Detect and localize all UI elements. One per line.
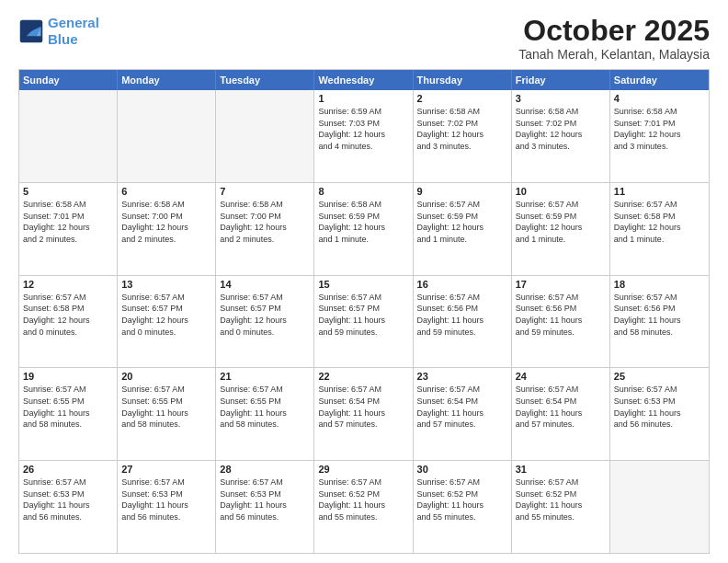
day-number: 9 xyxy=(417,186,507,197)
header-friday: Friday xyxy=(512,70,610,90)
calendar: Sunday Monday Tuesday Wednesday Thursday… xyxy=(18,69,710,554)
day-number: 27 xyxy=(121,464,211,475)
logo-text: General Blue xyxy=(48,15,99,48)
day-info: Sunrise: 6:57 AM Sunset: 6:57 PM Dayligh… xyxy=(121,292,211,338)
month-title: October 2025 xyxy=(518,15,710,47)
day-number: 17 xyxy=(516,279,606,290)
cal-cell-r2-c4: 16Sunrise: 6:57 AM Sunset: 6:56 PM Dayli… xyxy=(414,276,512,368)
day-number: 6 xyxy=(121,186,211,197)
day-number: 22 xyxy=(318,371,408,382)
cal-cell-r3-c3: 22Sunrise: 6:57 AM Sunset: 6:54 PM Dayli… xyxy=(314,368,413,460)
day-info: Sunrise: 6:58 AM Sunset: 7:01 PM Dayligh… xyxy=(614,106,705,152)
header-monday: Monday xyxy=(118,70,216,90)
day-info: Sunrise: 6:57 AM Sunset: 6:52 PM Dayligh… xyxy=(318,477,408,523)
cal-cell-r2-c5: 17Sunrise: 6:57 AM Sunset: 6:56 PM Dayli… xyxy=(512,276,610,368)
day-info: Sunrise: 6:58 AM Sunset: 6:59 PM Dayligh… xyxy=(318,199,408,245)
day-info: Sunrise: 6:57 AM Sunset: 6:54 PM Dayligh… xyxy=(516,384,606,430)
day-info: Sunrise: 6:57 AM Sunset: 6:57 PM Dayligh… xyxy=(220,292,310,338)
day-info: Sunrise: 6:57 AM Sunset: 6:53 PM Dayligh… xyxy=(23,477,113,523)
day-number: 23 xyxy=(417,371,507,382)
day-number: 3 xyxy=(516,93,606,104)
cal-cell-r4-c4: 30Sunrise: 6:57 AM Sunset: 6:52 PM Dayli… xyxy=(414,461,512,553)
day-number: 25 xyxy=(614,371,705,382)
day-info: Sunrise: 6:57 AM Sunset: 6:54 PM Dayligh… xyxy=(417,384,507,430)
day-info: Sunrise: 6:58 AM Sunset: 7:01 PM Dayligh… xyxy=(23,199,113,245)
header-tuesday: Tuesday xyxy=(216,70,314,90)
logo: General Blue xyxy=(18,15,99,48)
day-number: 8 xyxy=(318,186,408,197)
day-info: Sunrise: 6:58 AM Sunset: 7:00 PM Dayligh… xyxy=(121,199,211,245)
day-info: Sunrise: 6:57 AM Sunset: 6:56 PM Dayligh… xyxy=(417,292,507,338)
header-thursday: Thursday xyxy=(414,70,512,90)
day-info: Sunrise: 6:57 AM Sunset: 6:58 PM Dayligh… xyxy=(23,292,113,338)
cal-cell-r0-c5: 3Sunrise: 6:58 AM Sunset: 7:02 PM Daylig… xyxy=(512,90,610,182)
cal-cell-r2-c1: 13Sunrise: 6:57 AM Sunset: 6:57 PM Dayli… xyxy=(118,276,216,368)
day-number: 5 xyxy=(23,186,113,197)
day-number: 29 xyxy=(318,464,408,475)
cal-row-4: 26Sunrise: 6:57 AM Sunset: 6:53 PM Dayli… xyxy=(19,460,709,553)
cal-cell-r2-c0: 12Sunrise: 6:57 AM Sunset: 6:58 PM Dayli… xyxy=(19,276,118,368)
day-info: Sunrise: 6:57 AM Sunset: 6:59 PM Dayligh… xyxy=(417,199,507,245)
header: General Blue October 2025 Tanah Merah, K… xyxy=(18,15,710,62)
day-number: 28 xyxy=(220,464,310,475)
cal-cell-r0-c4: 2Sunrise: 6:58 AM Sunset: 7:02 PM Daylig… xyxy=(414,90,512,182)
header-saturday: Saturday xyxy=(610,70,709,90)
day-number: 7 xyxy=(220,186,310,197)
cal-cell-r3-c2: 21Sunrise: 6:57 AM Sunset: 6:55 PM Dayli… xyxy=(216,368,314,460)
cal-cell-r4-c2: 28Sunrise: 6:57 AM Sunset: 6:53 PM Dayli… xyxy=(216,461,314,553)
cal-cell-r0-c0 xyxy=(19,90,118,182)
day-number: 12 xyxy=(23,279,113,290)
cal-row-3: 19Sunrise: 6:57 AM Sunset: 6:55 PM Dayli… xyxy=(19,367,709,460)
day-number: 19 xyxy=(23,371,113,382)
cal-cell-r3-c5: 24Sunrise: 6:57 AM Sunset: 6:54 PM Dayli… xyxy=(512,368,610,460)
logo-icon xyxy=(18,18,44,44)
calendar-body: 1Sunrise: 6:59 AM Sunset: 7:03 PM Daylig… xyxy=(19,90,709,553)
cal-cell-r4-c1: 27Sunrise: 6:57 AM Sunset: 6:53 PM Dayli… xyxy=(118,461,216,553)
cal-cell-r3-c1: 20Sunrise: 6:57 AM Sunset: 6:55 PM Dayli… xyxy=(118,368,216,460)
day-number: 10 xyxy=(516,186,606,197)
day-info: Sunrise: 6:58 AM Sunset: 7:02 PM Dayligh… xyxy=(516,106,606,152)
day-info: Sunrise: 6:57 AM Sunset: 6:54 PM Dayligh… xyxy=(318,384,408,430)
day-number: 14 xyxy=(220,279,310,290)
day-info: Sunrise: 6:57 AM Sunset: 6:53 PM Dayligh… xyxy=(121,477,211,523)
day-number: 31 xyxy=(516,464,606,475)
cal-cell-r0-c3: 1Sunrise: 6:59 AM Sunset: 7:03 PM Daylig… xyxy=(314,90,413,182)
cal-cell-r1-c5: 10Sunrise: 6:57 AM Sunset: 6:59 PM Dayli… xyxy=(512,183,610,275)
day-number: 4 xyxy=(614,93,705,104)
title-block: October 2025 Tanah Merah, Kelantan, Mala… xyxy=(518,15,710,62)
day-info: Sunrise: 6:57 AM Sunset: 6:55 PM Dayligh… xyxy=(23,384,113,430)
day-number: 1 xyxy=(318,93,408,104)
cal-cell-r2-c3: 15Sunrise: 6:57 AM Sunset: 6:57 PM Dayli… xyxy=(314,276,413,368)
cal-cell-r4-c6 xyxy=(610,461,709,553)
cal-cell-r4-c3: 29Sunrise: 6:57 AM Sunset: 6:52 PM Dayli… xyxy=(314,461,413,553)
day-info: Sunrise: 6:57 AM Sunset: 6:53 PM Dayligh… xyxy=(614,384,705,430)
day-number: 11 xyxy=(614,186,705,197)
day-info: Sunrise: 6:57 AM Sunset: 6:56 PM Dayligh… xyxy=(614,292,705,338)
cal-cell-r2-c2: 14Sunrise: 6:57 AM Sunset: 6:57 PM Dayli… xyxy=(216,276,314,368)
calendar-header: Sunday Monday Tuesday Wednesday Thursday… xyxy=(19,70,709,90)
day-info: Sunrise: 6:57 AM Sunset: 6:58 PM Dayligh… xyxy=(614,199,705,245)
day-number: 20 xyxy=(121,371,211,382)
day-info: Sunrise: 6:57 AM Sunset: 6:56 PM Dayligh… xyxy=(516,292,606,338)
day-info: Sunrise: 6:57 AM Sunset: 6:55 PM Dayligh… xyxy=(121,384,211,430)
cal-cell-r1-c4: 9Sunrise: 6:57 AM Sunset: 6:59 PM Daylig… xyxy=(414,183,512,275)
cal-cell-r1-c3: 8Sunrise: 6:58 AM Sunset: 6:59 PM Daylig… xyxy=(314,183,413,275)
cal-cell-r3-c4: 23Sunrise: 6:57 AM Sunset: 6:54 PM Dayli… xyxy=(414,368,512,460)
day-number: 2 xyxy=(417,93,507,104)
day-number: 18 xyxy=(614,279,705,290)
cal-cell-r4-c0: 26Sunrise: 6:57 AM Sunset: 6:53 PM Dayli… xyxy=(19,461,118,553)
day-number: 21 xyxy=(220,371,310,382)
cal-row-1: 5Sunrise: 6:58 AM Sunset: 7:01 PM Daylig… xyxy=(19,182,709,275)
day-info: Sunrise: 6:58 AM Sunset: 7:02 PM Dayligh… xyxy=(417,106,507,152)
header-wednesday: Wednesday xyxy=(314,70,413,90)
cal-cell-r1-c2: 7Sunrise: 6:58 AM Sunset: 7:00 PM Daylig… xyxy=(216,183,314,275)
page: General Blue October 2025 Tanah Merah, K… xyxy=(0,0,728,563)
cal-cell-r4-c5: 31Sunrise: 6:57 AM Sunset: 6:52 PM Dayli… xyxy=(512,461,610,553)
cal-row-2: 12Sunrise: 6:57 AM Sunset: 6:58 PM Dayli… xyxy=(19,275,709,368)
day-info: Sunrise: 6:57 AM Sunset: 6:59 PM Dayligh… xyxy=(516,199,606,245)
cal-cell-r1-c0: 5Sunrise: 6:58 AM Sunset: 7:01 PM Daylig… xyxy=(19,183,118,275)
day-number: 16 xyxy=(417,279,507,290)
day-info: Sunrise: 6:59 AM Sunset: 7:03 PM Dayligh… xyxy=(318,106,408,152)
cal-cell-r0-c6: 4Sunrise: 6:58 AM Sunset: 7:01 PM Daylig… xyxy=(610,90,709,182)
day-number: 24 xyxy=(516,371,606,382)
